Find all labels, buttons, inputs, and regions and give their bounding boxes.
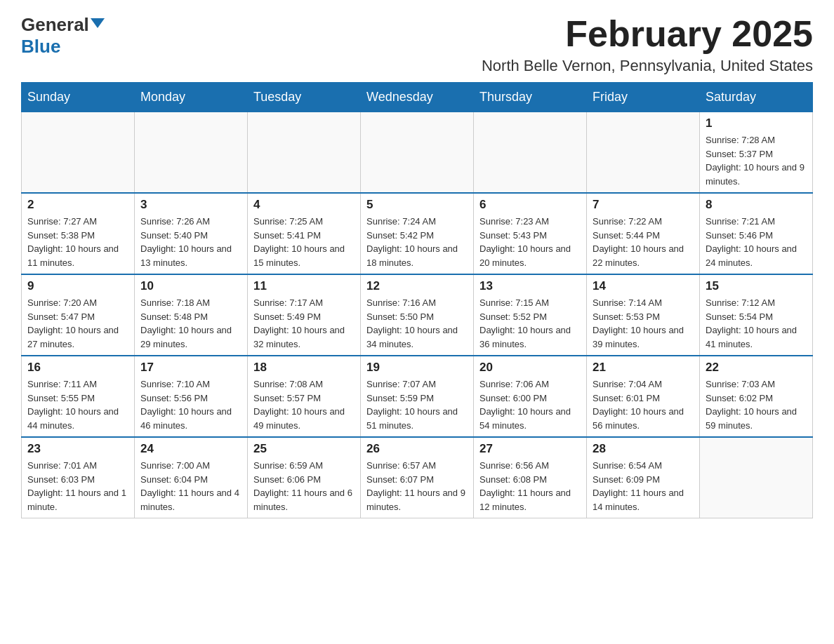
calendar-cell: 26Sunrise: 6:57 AMSunset: 6:07 PMDayligh…	[361, 437, 474, 518]
day-number: 7	[593, 198, 694, 212]
calendar-header-row: SundayMondayTuesdayWednesdayThursdayFrid…	[22, 83, 813, 112]
calendar-week-row: 23Sunrise: 7:01 AMSunset: 6:03 PMDayligh…	[22, 437, 813, 518]
calendar-cell	[248, 112, 361, 194]
title-area: February 2025 North Belle Vernon, Pennsy…	[482, 14, 813, 75]
day-header-tuesday: Tuesday	[248, 83, 361, 112]
day-info: Sunrise: 7:04 AMSunset: 6:01 PMDaylight:…	[593, 377, 694, 432]
day-info: Sunrise: 7:01 AMSunset: 6:03 PMDaylight:…	[27, 459, 128, 514]
calendar-cell: 15Sunrise: 7:12 AMSunset: 5:54 PMDayligh…	[700, 274, 813, 356]
calendar-week-row: 16Sunrise: 7:11 AMSunset: 5:55 PMDayligh…	[22, 356, 813, 437]
day-number: 15	[706, 279, 807, 293]
day-info: Sunrise: 7:23 AMSunset: 5:43 PMDaylight:…	[479, 215, 581, 269]
day-info: Sunrise: 6:57 AMSunset: 6:07 PMDaylight:…	[366, 459, 468, 514]
day-number: 26	[366, 442, 468, 456]
day-info: Sunrise: 7:18 AMSunset: 5:48 PMDaylight:…	[140, 296, 241, 351]
day-number: 2	[27, 198, 128, 212]
calendar-cell: 10Sunrise: 7:18 AMSunset: 5:48 PMDayligh…	[135, 274, 248, 356]
day-info: Sunrise: 7:12 AMSunset: 5:54 PMDaylight:…	[706, 296, 807, 351]
calendar-cell: 27Sunrise: 6:56 AMSunset: 6:08 PMDayligh…	[474, 437, 587, 518]
day-info: Sunrise: 7:21 AMSunset: 5:46 PMDaylight:…	[706, 215, 807, 269]
calendar-cell: 8Sunrise: 7:21 AMSunset: 5:46 PMDaylight…	[700, 193, 813, 274]
day-number: 22	[706, 361, 807, 375]
calendar-cell: 22Sunrise: 7:03 AMSunset: 6:02 PMDayligh…	[700, 356, 813, 437]
day-number: 1	[706, 116, 807, 130]
day-number: 18	[253, 361, 355, 375]
calendar-cell	[474, 112, 587, 194]
calendar-cell	[135, 112, 248, 194]
calendar-cell: 6Sunrise: 7:23 AMSunset: 5:43 PMDaylight…	[474, 193, 587, 274]
day-header-thursday: Thursday	[474, 83, 587, 112]
day-number: 8	[706, 198, 807, 212]
day-header-monday: Monday	[135, 83, 248, 112]
day-info: Sunrise: 7:00 AMSunset: 6:04 PMDaylight:…	[140, 459, 241, 514]
calendar-cell: 1Sunrise: 7:28 AMSunset: 5:37 PMDaylight…	[700, 112, 813, 194]
calendar-cell: 7Sunrise: 7:22 AMSunset: 5:44 PMDaylight…	[587, 193, 700, 274]
calendar-cell: 9Sunrise: 7:20 AMSunset: 5:47 PMDaylight…	[22, 274, 135, 356]
calendar-week-row: 2Sunrise: 7:27 AMSunset: 5:38 PMDaylight…	[22, 193, 813, 274]
day-number: 13	[479, 279, 581, 293]
header: General Blue February 2025 North Belle V…	[21, 14, 813, 75]
calendar-cell: 12Sunrise: 7:16 AMSunset: 5:50 PMDayligh…	[361, 274, 474, 356]
day-info: Sunrise: 7:22 AMSunset: 5:44 PMDaylight:…	[593, 215, 694, 269]
calendar-cell: 19Sunrise: 7:07 AMSunset: 5:59 PMDayligh…	[361, 356, 474, 437]
calendar-cell: 5Sunrise: 7:24 AMSunset: 5:42 PMDaylight…	[361, 193, 474, 274]
location-title: North Belle Vernon, Pennsylvania, United…	[482, 57, 813, 75]
day-info: Sunrise: 7:26 AMSunset: 5:40 PMDaylight:…	[140, 215, 241, 269]
calendar-cell: 28Sunrise: 6:54 AMSunset: 6:09 PMDayligh…	[587, 437, 700, 518]
day-info: Sunrise: 7:08 AMSunset: 5:57 PMDaylight:…	[253, 377, 355, 432]
day-info: Sunrise: 7:07 AMSunset: 5:59 PMDaylight:…	[366, 377, 468, 432]
day-info: Sunrise: 7:28 AMSunset: 5:37 PMDaylight:…	[706, 133, 807, 188]
day-number: 14	[593, 279, 694, 293]
day-number: 3	[140, 198, 241, 212]
day-info: Sunrise: 6:54 AMSunset: 6:09 PMDaylight:…	[593, 459, 694, 514]
calendar-cell: 14Sunrise: 7:14 AMSunset: 5:53 PMDayligh…	[587, 274, 700, 356]
calendar-cell	[700, 437, 813, 518]
day-number: 12	[366, 279, 468, 293]
day-info: Sunrise: 7:20 AMSunset: 5:47 PMDaylight:…	[27, 296, 128, 351]
day-info: Sunrise: 7:24 AMSunset: 5:42 PMDaylight:…	[366, 215, 468, 269]
day-number: 17	[140, 361, 241, 375]
calendar: SundayMondayTuesdayWednesdayThursdayFrid…	[21, 82, 813, 518]
day-number: 16	[27, 361, 128, 375]
day-number: 11	[253, 279, 355, 293]
day-info: Sunrise: 7:17 AMSunset: 5:49 PMDaylight:…	[253, 296, 355, 351]
calendar-cell: 24Sunrise: 7:00 AMSunset: 6:04 PMDayligh…	[135, 437, 248, 518]
calendar-cell: 20Sunrise: 7:06 AMSunset: 6:00 PMDayligh…	[474, 356, 587, 437]
day-header-sunday: Sunday	[22, 83, 135, 112]
day-info: Sunrise: 7:03 AMSunset: 6:02 PMDaylight:…	[706, 377, 807, 432]
calendar-week-row: 9Sunrise: 7:20 AMSunset: 5:47 PMDaylight…	[22, 274, 813, 356]
calendar-cell: 21Sunrise: 7:04 AMSunset: 6:01 PMDayligh…	[587, 356, 700, 437]
calendar-cell: 2Sunrise: 7:27 AMSunset: 5:38 PMDaylight…	[22, 193, 135, 274]
calendar-week-row: 1Sunrise: 7:28 AMSunset: 5:37 PMDaylight…	[22, 112, 813, 194]
calendar-cell: 13Sunrise: 7:15 AMSunset: 5:52 PMDayligh…	[474, 274, 587, 356]
calendar-cell: 4Sunrise: 7:25 AMSunset: 5:41 PMDaylight…	[248, 193, 361, 274]
day-header-friday: Friday	[587, 83, 700, 112]
day-header-wednesday: Wednesday	[361, 83, 474, 112]
day-number: 21	[593, 361, 694, 375]
day-info: Sunrise: 7:27 AMSunset: 5:38 PMDaylight:…	[27, 215, 128, 269]
day-info: Sunrise: 7:14 AMSunset: 5:53 PMDaylight:…	[593, 296, 694, 351]
day-number: 19	[366, 361, 468, 375]
month-title: February 2025	[482, 14, 813, 54]
day-number: 28	[593, 442, 694, 456]
day-info: Sunrise: 7:15 AMSunset: 5:52 PMDaylight:…	[479, 296, 581, 351]
calendar-cell: 23Sunrise: 7:01 AMSunset: 6:03 PMDayligh…	[22, 437, 135, 518]
logo-triangle-icon	[91, 18, 105, 28]
day-info: Sunrise: 6:59 AMSunset: 6:06 PMDaylight:…	[253, 459, 355, 514]
day-number: 6	[479, 198, 581, 212]
day-info: Sunrise: 7:06 AMSunset: 6:00 PMDaylight:…	[479, 377, 581, 432]
day-info: Sunrise: 6:56 AMSunset: 6:08 PMDaylight:…	[479, 459, 581, 514]
day-number: 9	[27, 279, 128, 293]
day-number: 23	[27, 442, 128, 456]
day-info: Sunrise: 7:11 AMSunset: 5:55 PMDaylight:…	[27, 377, 128, 432]
day-number: 5	[366, 198, 468, 212]
calendar-cell: 3Sunrise: 7:26 AMSunset: 5:40 PMDaylight…	[135, 193, 248, 274]
day-info: Sunrise: 7:16 AMSunset: 5:50 PMDaylight:…	[366, 296, 468, 351]
calendar-cell: 11Sunrise: 7:17 AMSunset: 5:49 PMDayligh…	[248, 274, 361, 356]
day-number: 10	[140, 279, 241, 293]
day-number: 24	[140, 442, 241, 456]
day-info: Sunrise: 7:25 AMSunset: 5:41 PMDaylight:…	[253, 215, 355, 269]
calendar-cell: 25Sunrise: 6:59 AMSunset: 6:06 PMDayligh…	[248, 437, 361, 518]
logo-general-text: General	[21, 14, 89, 36]
calendar-cell: 16Sunrise: 7:11 AMSunset: 5:55 PMDayligh…	[22, 356, 135, 437]
